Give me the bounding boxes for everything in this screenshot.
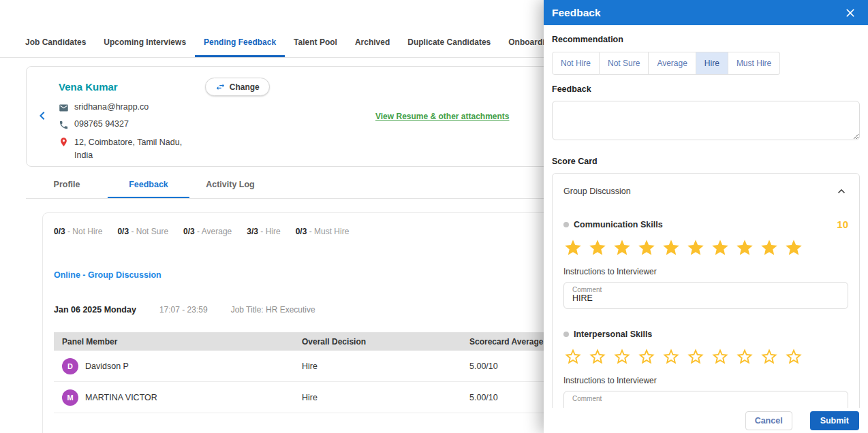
skill-name: Interpersonal Skills xyxy=(574,330,652,339)
star-icon[interactable] xyxy=(662,238,681,257)
phone-icon xyxy=(59,119,69,130)
star-icon[interactable] xyxy=(563,238,583,257)
change-button-label: Change xyxy=(230,82,260,92)
star-icon[interactable] xyxy=(563,347,583,366)
avatar: M xyxy=(62,389,78,406)
star-icon[interactable] xyxy=(686,347,705,366)
panel-footer: Cancel Submit xyxy=(544,408,868,433)
star-icon[interactable] xyxy=(588,238,607,257)
star-icon[interactable] xyxy=(760,238,779,257)
stat-must-hire: 0/3 - Must Hire xyxy=(296,227,350,236)
avatar: D xyxy=(62,358,78,374)
star-icon[interactable] xyxy=(711,347,730,366)
stat-not-sure: 0/3 - Not Sure xyxy=(117,227,168,236)
star-rating xyxy=(563,347,848,366)
star-icon[interactable] xyxy=(735,347,754,366)
tab-talent-pool[interactable]: Talent Pool xyxy=(285,29,346,57)
star-icon[interactable] xyxy=(711,238,730,257)
scorecard-label: Score Card xyxy=(552,157,860,166)
recommendation-label: Recommendation xyxy=(552,35,860,44)
tab-upcoming-interviews[interactable]: Upcoming Interviews xyxy=(95,29,195,57)
option-not-hire[interactable]: Not Hire xyxy=(552,52,600,75)
panel-body: Recommendation Not Hire Not Sure Average… xyxy=(544,25,868,433)
app: Job Candidates Upcoming Interviews Pendi… xyxy=(0,0,868,433)
tab-profile[interactable]: Profile xyxy=(26,172,108,198)
panel-title: Feedback xyxy=(552,7,601,19)
stat-average: 0/3 - Average xyxy=(183,227,232,236)
star-rating xyxy=(563,238,848,257)
tab-job-candidates[interactable]: Job Candidates xyxy=(16,29,95,57)
group-title: Group Discussion xyxy=(563,187,631,196)
star-icon[interactable] xyxy=(662,347,681,366)
chevron-left-icon[interactable] xyxy=(33,108,51,125)
star-icon[interactable] xyxy=(637,347,656,366)
tab-duplicate-candidates[interactable]: Duplicate Candidates xyxy=(399,29,499,57)
candidate-phone: 098765 94327 xyxy=(74,119,129,129)
star-icon[interactable] xyxy=(588,347,607,366)
tab-feedback[interactable]: Feedback xyxy=(108,172,189,198)
member-name: MARTINA VICTOR xyxy=(85,393,157,402)
comment-input[interactable]: Comment HIRE xyxy=(563,282,848,309)
star-icon[interactable] xyxy=(637,238,656,257)
skill-interpersonal-skills: Interpersonal Skills Instructions to Int… xyxy=(563,330,848,418)
candidate-address: 12, Coimbatore, Tamil Nadu,India xyxy=(74,136,182,162)
option-hire[interactable]: Hire xyxy=(696,52,728,75)
session-date: Jan 06 2025 Monday xyxy=(54,305,136,315)
location-icon xyxy=(59,136,69,147)
cancel-button[interactable]: Cancel xyxy=(745,411,792,430)
comment-value: HIRE xyxy=(572,293,839,304)
member-name: Davidson P xyxy=(85,362,129,371)
star-icon[interactable] xyxy=(760,347,779,366)
col-header-panel-member: Panel Member xyxy=(54,337,294,347)
chevron-up-icon[interactable] xyxy=(835,185,848,198)
bullet-icon xyxy=(563,332,569,337)
skill-name: Communication Skills xyxy=(574,220,663,229)
session-time: 17:07 - 23:59 xyxy=(159,305,208,315)
candidate-name: Vena Kumar xyxy=(59,81,118,93)
recommendation-options: Not Hire Not Sure Average Hire Must Hire xyxy=(552,52,780,75)
feedback-textarea[interactable] xyxy=(552,101,860,140)
skill-communication-skills: Communication Skills 10 Instructions to … xyxy=(563,219,848,309)
resume-link[interactable]: View Resume & other attachments xyxy=(375,112,510,121)
instructions-label: Instructions to Interviewer xyxy=(563,376,848,385)
close-icon[interactable] xyxy=(843,5,858,20)
session-link[interactable]: Online - Group Discussion xyxy=(54,270,161,280)
tab-activity-log[interactable]: Activity Log xyxy=(189,172,271,198)
comment-label: Comment xyxy=(572,395,839,402)
col-header-overall-decision: Overall Decision xyxy=(294,337,461,347)
swap-icon xyxy=(215,82,226,92)
tab-archived[interactable]: Archived xyxy=(346,29,399,57)
overall-decision: Hire xyxy=(294,362,461,371)
tab-pending-feedback[interactable]: Pending Feedback xyxy=(195,29,285,57)
candidate-email: sridhana@hrapp.co xyxy=(74,102,149,112)
comment-label: Comment xyxy=(572,286,839,293)
star-icon[interactable] xyxy=(784,238,803,257)
star-icon[interactable] xyxy=(613,347,632,366)
panel-header: Feedback xyxy=(544,0,868,25)
stat-not-hire: 0/3 - Not Hire xyxy=(54,227,102,236)
star-icon[interactable] xyxy=(613,238,632,257)
feedback-label: Feedback xyxy=(552,84,860,94)
instructions-label: Instructions to Interviewer xyxy=(563,267,848,276)
skill-score: 10 xyxy=(837,219,848,230)
option-average[interactable]: Average xyxy=(649,52,696,75)
star-icon[interactable] xyxy=(686,238,705,257)
stat-hire: 3/3 - Hire xyxy=(247,227,280,236)
mail-icon xyxy=(59,102,69,113)
bullet-icon xyxy=(563,222,569,227)
option-must-hire[interactable]: Must Hire xyxy=(728,52,780,75)
star-icon[interactable] xyxy=(735,238,754,257)
overall-decision: Hire xyxy=(294,393,461,402)
feedback-panel: Feedback Recommendation Not Hire Not Sur… xyxy=(544,0,868,433)
session-job-title: Job Title: HR Executive xyxy=(231,305,315,315)
scorecard-card: Group Discussion Communication Skills 10… xyxy=(552,173,860,433)
star-icon[interactable] xyxy=(784,347,803,366)
change-button[interactable]: Change xyxy=(205,78,270,96)
submit-button[interactable]: Submit xyxy=(810,411,859,430)
group-discussion-header[interactable]: Group Discussion xyxy=(563,185,848,198)
option-not-sure[interactable]: Not Sure xyxy=(600,52,649,75)
